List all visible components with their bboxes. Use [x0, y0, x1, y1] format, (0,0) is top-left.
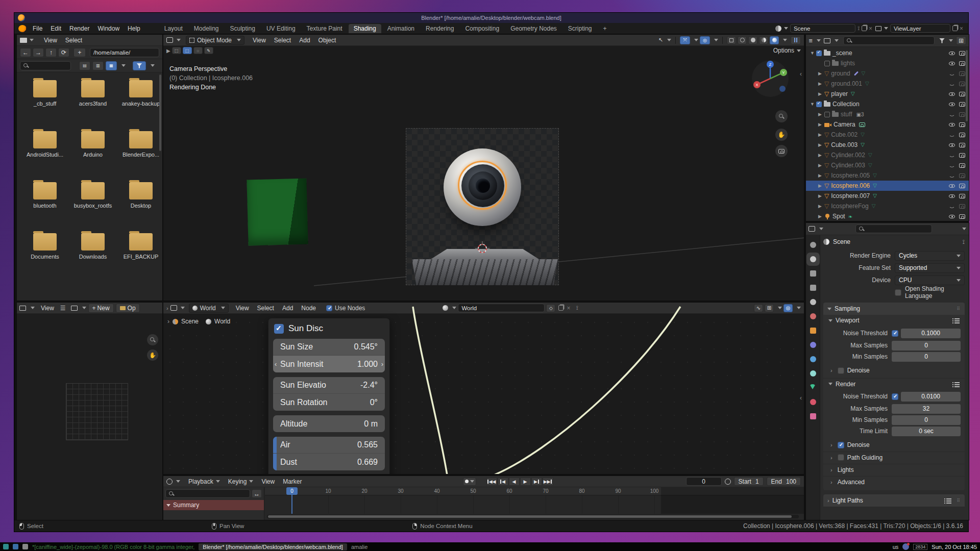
menu-object[interactable]: Object	[314, 37, 340, 44]
properties-tab-material[interactable]	[808, 397, 818, 407]
outliner-item-icospherefog[interactable]: ▶▽IcosphereFog▽	[806, 201, 969, 211]
render-visibility-icon[interactable]	[959, 132, 966, 138]
render-engine-select[interactable]: Cycles	[895, 251, 965, 261]
new-image-button[interactable]: + New	[88, 304, 114, 313]
menu-add[interactable]: Add	[295, 37, 314, 44]
select-circle-tool-button[interactable]: ◌	[193, 47, 203, 54]
folder-acers3fand[interactable]: acers3fand	[71, 80, 115, 107]
gizmo-toggle-icon[interactable]: ⤧	[680, 36, 690, 44]
tab-shading[interactable]: Shading	[349, 24, 381, 33]
menu-view[interactable]: View	[257, 478, 279, 485]
taskbar-app-icon[interactable]	[3, 544, 9, 549]
world-name-field[interactable]: World	[458, 304, 545, 312]
zoom-gizmo[interactable]	[775, 110, 788, 122]
sun-row-air[interactable]: Air0.565	[273, 437, 385, 454]
timeline[interactable]: PlaybackKeyingViewMarker ◀◀ ◀ ◀ ▶ ▶ ▶▶ 0	[163, 475, 804, 520]
light-paths-panel-header[interactable]: › Light Paths ⠿	[823, 494, 965, 507]
menu-help[interactable]: Help	[124, 25, 144, 32]
outliner-scrollbar[interactable]	[966, 50, 968, 121]
render-visibility-icon[interactable]	[959, 172, 966, 179]
playhead-badge[interactable]: 0	[286, 487, 298, 495]
outliner-item-player[interactable]: ▶▽player▽	[806, 89, 969, 99]
add-workspace-button[interactable]: +	[598, 24, 612, 33]
scene-name-field[interactable]: Scene	[790, 24, 855, 33]
viewport-3d[interactable]: Object Mode ViewSelectAddObject ↖ ⤧ ◎	[163, 34, 804, 301]
snap-icon[interactable]: ∿	[754, 304, 763, 312]
properties-tab-constraints[interactable]	[808, 369, 818, 378]
filter-button[interactable]	[133, 61, 146, 70]
tab-texture-paint[interactable]: Texture Paint	[302, 24, 348, 33]
pedestal-object[interactable]	[412, 259, 558, 285]
jump-to-end-button[interactable]: ▶▶	[543, 478, 553, 486]
device-select[interactable]: CPU	[895, 276, 965, 285]
zoom-gizmo[interactable]	[147, 334, 158, 345]
visibility-eye-icon[interactable]	[948, 132, 955, 138]
window-titlebar[interactable]: Blender* [/home/amalie/Desktop/blender/w…	[14, 13, 968, 23]
expand-arrow-icon[interactable]: ▶	[818, 183, 824, 188]
expand-arrow-icon[interactable]: ▶	[818, 132, 824, 137]
tab-animation[interactable]: Animation	[382, 24, 420, 33]
visibility-eye-icon[interactable]	[948, 91, 955, 97]
visibility-eye-icon[interactable]	[948, 50, 955, 57]
pin-icon[interactable]: ⟟	[963, 238, 965, 245]
expand-arrow-icon[interactable]: ▶	[818, 142, 824, 147]
collapsed-menus-icon[interactable]: ☰	[60, 305, 66, 312]
filter-toggle-button[interactable]: ↔	[252, 489, 262, 498]
sun-disc-row[interactable]: Sun Disc	[274, 323, 385, 334]
viewport-denoise-checkbox[interactable]	[838, 367, 844, 374]
visibility-eye-icon[interactable]	[948, 70, 955, 77]
pan-hand-gizmo[interactable]: ✋	[147, 349, 158, 361]
visibility-eye-icon[interactable]	[948, 60, 955, 67]
noise-threshold-value[interactable]: 0.1000	[901, 329, 961, 338]
expand-arrow-icon[interactable]: ▼	[810, 102, 816, 107]
timeline-scrollbar-thumb[interactable]	[268, 515, 792, 518]
properties-tab-output[interactable]	[808, 269, 818, 278]
menu-render[interactable]: Render	[65, 25, 93, 32]
folder-downloads[interactable]: Downloads	[71, 233, 115, 260]
viewport-type-icon[interactable]	[166, 37, 173, 43]
visibility-eye-icon[interactable]	[948, 152, 955, 159]
editor-corner-icon[interactable]: ›	[166, 305, 168, 311]
decrement-arrow[interactable]: ‹	[275, 356, 277, 372]
expand-arrow-icon[interactable]: ▶	[818, 173, 824, 178]
menu-select[interactable]: Select	[270, 37, 295, 44]
osl-row[interactable]: Open Shading Language	[895, 287, 965, 297]
fake-user-shield-icon[interactable]: ◇	[546, 304, 555, 312]
world-datablock-selector[interactable]: World ◇ × ⟟	[443, 304, 578, 312]
folder-bluetooth[interactable]: bluetooth	[23, 182, 67, 209]
play-button[interactable]: ▶	[520, 478, 531, 486]
taskbar-app-icon[interactable]	[13, 544, 18, 549]
properties-type-icon[interactable]	[808, 226, 815, 232]
viewport-denoise-row[interactable]: › Denoise	[823, 365, 965, 376]
properties-tab-physics[interactable]	[808, 355, 818, 364]
render-visibility-icon[interactable]	[959, 121, 966, 128]
outliner-item-camera[interactable]: ▶Camera	[806, 119, 969, 130]
render-visibility-icon[interactable]	[959, 213, 966, 219]
min-samples-value[interactable]: 0	[892, 352, 961, 362]
folder-arduino[interactable]: Arduino	[71, 131, 115, 158]
outliner-item-icosphere-005[interactable]: ▶▽Icosphere.005▽	[806, 170, 969, 181]
visibility-eye-icon[interactable]	[948, 213, 955, 220]
render-visibility-icon[interactable]	[959, 142, 966, 148]
snap-grid-icon[interactable]: ⊞	[765, 304, 774, 312]
taskbar-app-icon[interactable]	[22, 544, 28, 549]
display-vertical-list-button[interactable]: ▤	[79, 61, 90, 70]
outliner-item-icosphere-006[interactable]: ▶▽Icosphere.006▽	[806, 181, 969, 191]
outliner-item-ground[interactable]: ▶▽ground▽	[806, 68, 969, 79]
render-visibility-icon[interactable]	[959, 91, 966, 97]
max-samples-value[interactable]: 32	[892, 404, 961, 414]
outliner-item--scene[interactable]: ▼_scene	[806, 48, 969, 58]
render-denoise-row[interactable]: › Denoise	[823, 439, 965, 450]
expand-arrow-icon[interactable]: ▶	[818, 193, 824, 198]
expand-arrow-icon[interactable]: ▼	[810, 51, 816, 56]
pin-icon[interactable]: ⟟	[857, 25, 860, 32]
image-editor-type-icon[interactable]	[19, 306, 26, 311]
file-browser-type-icon[interactable]	[20, 38, 27, 43]
copy-icon[interactable]	[862, 26, 867, 31]
play-reverse-button[interactable]: ◀	[509, 478, 520, 486]
folder-desktop[interactable]: Desktop	[119, 182, 163, 209]
region-collapse-icon[interactable]: ‹	[800, 394, 802, 402]
folder-androidstudi-[interactable]: AndroidStudi...	[23, 131, 67, 158]
lights-subpanel-row[interactable]: ›Lights	[823, 464, 965, 475]
chevron-down-icon[interactable]	[962, 228, 966, 230]
